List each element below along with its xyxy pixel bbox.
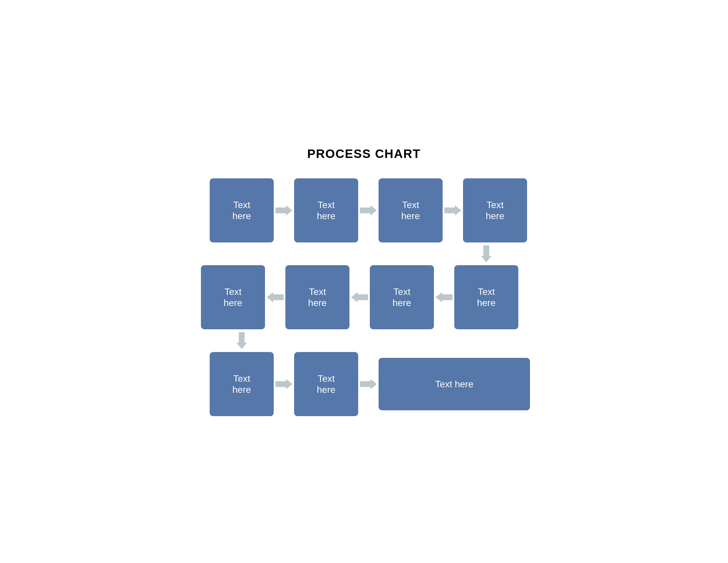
page-title: PROCESS CHART (189, 147, 539, 161)
svg-marker-2 (444, 205, 461, 216)
row-1: Text here Text here Text here (210, 178, 518, 242)
arrow-left-2-3 (434, 292, 454, 303)
arrow-left-2-2 (349, 292, 370, 303)
arrow-right-1-3 (443, 205, 463, 216)
arrow-right-3-2 (358, 379, 379, 389)
svg-marker-3 (481, 245, 492, 262)
down-arrow-row1-to-row2 (210, 245, 518, 262)
arrow-right-3-1 (274, 379, 294, 389)
svg-marker-7 (236, 332, 247, 349)
box-3-2[interactable]: Text here (294, 352, 358, 416)
svg-marker-4 (436, 292, 453, 303)
arrow-left-2-1 (265, 292, 285, 303)
arrow-right-1-1 (274, 205, 294, 216)
svg-marker-6 (267, 292, 284, 303)
svg-marker-0 (275, 205, 292, 216)
svg-marker-1 (360, 205, 377, 216)
box-2-4[interactable]: Text here (454, 265, 518, 329)
svg-marker-9 (360, 379, 377, 389)
svg-marker-8 (275, 379, 292, 389)
box-2-2[interactable]: Text here (285, 265, 349, 329)
row-2: Text here Text here Text here (210, 265, 518, 329)
page-container: PROCESS CHART Text here Text here T (189, 147, 539, 416)
down-arrow-row2-to-row3 (210, 332, 518, 349)
row-3: Text here Text here Text here (210, 352, 518, 416)
svg-marker-5 (351, 292, 368, 303)
box-2-3[interactable]: Text here (370, 265, 434, 329)
box-1-1[interactable]: Text here (210, 178, 274, 242)
box-1-3[interactable]: Text here (379, 178, 443, 242)
box-3-1[interactable]: Text here (210, 352, 274, 416)
arrow-right-1-2 (358, 205, 379, 216)
chart-wrapper: Text here Text here Text here (210, 178, 518, 416)
box-1-4[interactable]: Text here (463, 178, 527, 242)
box-2-1[interactable]: Text here (201, 265, 265, 329)
box-1-2[interactable]: Text here (294, 178, 358, 242)
box-3-3[interactable]: Text here (379, 358, 530, 410)
